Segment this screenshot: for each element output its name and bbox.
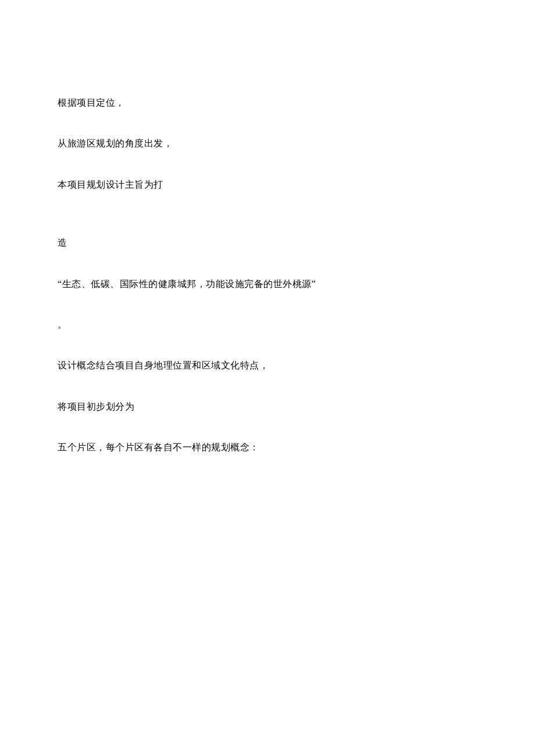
text-line-5: “生态、低碳、国际性的健康城邦，功能设施完备的世外桃源” bbox=[58, 278, 477, 291]
text-line-2: 从旅游区规划的角度出发， bbox=[58, 137, 477, 150]
text-line-8: 将项目初步划分为 bbox=[58, 400, 477, 413]
text-line-3: 本项目规划设计主旨为打 bbox=[58, 178, 477, 191]
text-line-7: 设计概念结合项目自身地理位置和区域文化特点， bbox=[58, 359, 477, 372]
text-line-6: 。 bbox=[58, 318, 477, 331]
text-line-9: 五个片区，每个片区有各自不一样的规划概念： bbox=[58, 441, 477, 454]
text-line-1: 根据项目定位， bbox=[58, 96, 477, 109]
text-line-4: 造 bbox=[58, 237, 477, 249]
